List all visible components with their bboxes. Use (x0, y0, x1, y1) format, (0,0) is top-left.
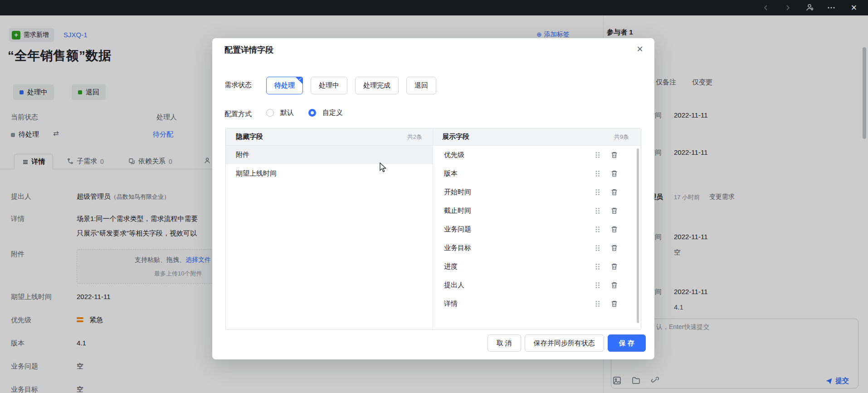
status-option-returned[interactable]: 退回 (406, 77, 436, 94)
selected-check-icon: ✓ (298, 77, 302, 81)
drag-handle-icon[interactable] (595, 188, 600, 196)
shown-field-row[interactable]: 业务目标 (433, 239, 641, 257)
shown-field-label: 优先级 (444, 151, 595, 159)
trash-icon[interactable] (610, 281, 618, 289)
shown-fields-count: 共9条 (614, 133, 629, 141)
shown-field-label: 业务目标 (444, 244, 595, 252)
status-option-pending[interactable]: 待处理 ✓ (266, 77, 303, 94)
shown-field-row[interactable]: 版本 (433, 164, 641, 183)
trash-icon[interactable] (610, 151, 618, 159)
nav-back-icon[interactable] (761, 3, 771, 13)
status-row-label: 需求状态 (224, 81, 252, 89)
drag-handle-icon[interactable] (595, 263, 600, 270)
drag-handle-icon[interactable] (595, 244, 600, 252)
titlebar: × (0, 0, 868, 15)
status-option-group: 待处理 ✓ 处理中 处理完成 退回 (266, 77, 436, 94)
shown-field-label: 开始时间 (444, 188, 595, 196)
trash-icon[interactable] (610, 207, 618, 215)
save-sync-all-button[interactable]: 保存并同步所有状态 (525, 334, 604, 352)
shown-field-label: 截止时间 (444, 206, 595, 215)
shown-field-label: 详情 (444, 300, 595, 308)
status-option-label: 处理完成 (363, 81, 390, 90)
drag-handle-icon[interactable] (595, 170, 600, 177)
hidden-fields-title: 隐藏字段 (236, 133, 263, 141)
status-option-done[interactable]: 处理完成 (355, 77, 399, 94)
shown-field-row[interactable]: 优先级 (433, 146, 641, 164)
hidden-field-row[interactable]: 附件 (226, 146, 433, 164)
radio-custom-label[interactable]: 自定义 (322, 108, 343, 117)
shown-field-row[interactable]: 截止时间 (433, 201, 641, 220)
shown-field-label: 进度 (444, 262, 595, 271)
dialog-footer: 取 消 保存并同步所有状态 保 存 (488, 334, 646, 352)
nav-forward-icon[interactable] (783, 3, 793, 13)
drag-handle-icon[interactable] (595, 300, 600, 308)
shown-field-row[interactable]: 开始时间 (433, 183, 641, 201)
mode-option-group: 默认 自定义 (266, 108, 351, 117)
trash-icon[interactable] (610, 263, 618, 270)
transfer-header: 隐藏字段 共2条 展示字段 共9条 (226, 128, 641, 146)
mouse-cursor (378, 162, 388, 173)
shown-field-row[interactable]: 提出人 (433, 276, 641, 295)
trash-icon[interactable] (610, 300, 618, 308)
trash-icon[interactable] (610, 244, 618, 252)
shown-field-label: 版本 (444, 169, 595, 178)
mode-row-label: 配置方式 (224, 110, 252, 118)
hidden-field-label: 期望上线时间 (236, 169, 277, 178)
drag-handle-icon[interactable] (595, 281, 600, 289)
share-icon[interactable] (805, 3, 814, 13)
hidden-field-label: 附件 (236, 151, 249, 159)
shown-field-label: 业务问题 (444, 225, 595, 234)
shown-field-row[interactable]: 业务问题 (433, 220, 641, 239)
list-scrollbar[interactable] (637, 148, 639, 323)
drag-handle-icon[interactable] (595, 151, 600, 159)
cancel-button[interactable]: 取 消 (488, 334, 521, 352)
save-button[interactable]: 保 存 (608, 334, 646, 352)
app-window: × + 需求新增 SJXQ-1 “全年销售额”数据 处理中 退回 当前状态 处理… (0, 0, 868, 393)
drag-handle-icon[interactable] (595, 207, 600, 215)
field-transfer-panel: 隐藏字段 共2条 展示字段 共9条 附件 期望上线时间 优先级 版本 (225, 128, 641, 330)
trash-icon[interactable] (610, 170, 618, 177)
radio-default-icon[interactable] (266, 109, 274, 117)
status-option-processing[interactable]: 处理中 (311, 77, 347, 94)
shown-field-label: 提出人 (444, 281, 595, 290)
dialog-close-icon[interactable]: × (637, 44, 643, 54)
radio-custom-icon[interactable] (308, 109, 316, 117)
dialog-title: 配置详情字段 (224, 44, 273, 55)
radio-default-label[interactable]: 默认 (280, 108, 294, 117)
status-option-label: 退回 (414, 81, 428, 90)
more-icon[interactable] (826, 3, 836, 13)
window-close-icon[interactable]: × (848, 3, 860, 12)
status-option-label: 处理中 (319, 81, 339, 90)
shown-field-row[interactable]: 详情 (433, 295, 641, 313)
configure-fields-dialog: 配置详情字段 × 需求状态 待处理 ✓ 处理中 处理完成 退回 配置方式 默认 … (212, 38, 654, 359)
hidden-field-row[interactable]: 期望上线时间 (226, 164, 433, 183)
trash-icon[interactable] (610, 226, 618, 233)
trash-icon[interactable] (610, 188, 618, 196)
drag-handle-icon[interactable] (595, 226, 600, 233)
status-option-label: 待处理 (274, 81, 295, 90)
hidden-fields-count: 共2条 (407, 133, 422, 141)
shown-field-row[interactable]: 进度 (433, 257, 641, 276)
shown-fields-title: 展示字段 (442, 133, 469, 141)
